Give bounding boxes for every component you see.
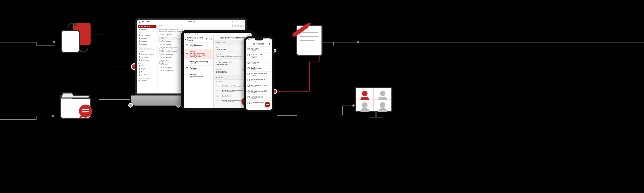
folder-icon [186,67,188,70]
sidebar-item[interactable]: Neu / Geändert [138,34,156,36]
sidebar-item[interactable]: Informationen [138,56,156,58]
tenant-name[interactable]: ACME AG [151,21,232,23]
sidebar-item-label: Termine [141,71,146,73]
checkbox[interactable] [159,44,160,45]
sidebar-item-label: Gruppen und Benutzer [141,53,154,55]
teilnehmer-label: Teilnehmer [216,68,240,70]
more-icon[interactable] [242,25,244,27]
search-icon[interactable] [209,38,212,40]
sidebar-item[interactable]: Übersicht [138,79,156,82]
sidebar-item[interactable]: Aufgaben [138,68,156,70]
checkbox[interactable] [159,70,160,71]
phone-list-item[interactable]: Controlling3 Einträge [246,60,272,66]
video-conference-icon [355,87,397,122]
checkbox[interactable] [159,37,160,39]
checkbox[interactable] [159,63,160,65]
folder-icon [162,44,164,45]
sidebar-item[interactable]: Ungelesen [138,37,156,39]
folder-icon [248,102,250,104]
sort-icon[interactable] [235,25,237,27]
ortzeit-line2: Frankfurt am Main [216,64,242,65]
tablet-master-pane: ‹ ACME AG Board Room 2021 Sitzungen4 Ein… [184,35,214,108]
folder-icon [162,67,164,68]
folder-icon [162,70,164,71]
sidebar-item-label: Papierkorb [141,29,147,30]
checkbox[interactable] [159,50,160,52]
user-name: Roland Ammer [232,21,241,23]
phone-list-item[interactable]: Due Diligence8 Einträge [246,66,272,72]
sidebar-item[interactable]: Gruppen und Benutzer [138,53,156,55]
app-header: NETFILES ACME AG Roland Ammer [137,20,245,24]
chevron-right-icon [270,61,271,64]
master-list-item[interactable]: VorlagenEin Eintrag [184,66,213,72]
brand: NETFILES [139,21,151,23]
sidebar-item[interactable]: Einstellungen [138,59,156,61]
agenda-time: 09:15 [216,89,221,92]
view-toggle-icon[interactable] [232,25,234,27]
master-list-item[interactable]: Vorstand Datenaustausch4 Einträge [184,72,213,80]
phone-list-item[interactable]: Accounting5 Einträge [246,47,272,53]
master-list-item[interactable]: 2022 Q1 Vorstandssitzung20.4.2022, 09:00… [184,49,213,59]
back-icon[interactable] [159,25,160,27]
sidebar-item-icon [139,80,140,81]
sidebar-item[interactable]: Mit Etikett [138,43,156,45]
svg-rect-6 [82,111,89,112]
folder-icon [162,54,164,55]
sort-icon[interactable]: ⇅ [269,43,271,45]
gear-icon[interactable] [242,21,244,23]
phone-list-item[interactable]: Jahresabschluss 20175 Einträge [246,83,272,89]
sidebar-item-label: Übersicht [141,80,146,81]
phone-list-item[interactable]: Monatsabschluss4 Einträge [246,95,272,101]
checkbox[interactable] [159,57,160,58]
sidebar-item[interactable]: Termine [138,71,156,73]
chevron-right-icon [270,96,271,99]
checkbox[interactable] [159,47,160,49]
sidebar-item-icon [139,68,140,70]
chevron-right-icon [210,44,211,47]
phone-list-item[interactable]: ACME AG Due Diligence9 Einträge [246,53,272,60]
folder-icon [162,40,164,42]
folder-icon [248,67,250,69]
back-icon[interactable]: ‹ [185,38,186,40]
sidebar-item[interactable]: Alle Dokumente [138,25,156,28]
chevron-right-icon [210,51,211,57]
teilnehmer-2: Rebel, Sebastian [216,72,240,73]
sidebar-item[interactable]: Abgelaufen [138,40,156,42]
sidebar-section-label: DATENRAUM WECHSELN [138,78,156,79]
sidebar-search-input[interactable] [138,47,156,50]
sidebar-item[interactable]: Q&A [138,65,156,67]
item-subtitle: 5 Einträge [251,86,269,87]
phone-list-item[interactable]: Jahresabschluss 20155 Einträge [246,72,272,77]
breadcrumb[interactable]: Dokumente [161,25,169,27]
search-icon[interactable] [238,25,240,27]
sidebar-item-label: Aufgaben [141,68,146,70]
master-list-item[interactable]: Sitzungsvorbereitung3 Einträge [184,59,213,66]
svg-rect-7 [82,113,87,113]
folder-icon [248,54,250,56]
sort-icon[interactable] [206,38,208,40]
user-menu[interactable]: Roland Ammer [232,21,244,23]
folder-icon [248,48,250,50]
phone-list-item[interactable]: Jahresabschluss 20184 Einträge [246,89,272,95]
checkbox[interactable] [159,67,160,68]
item-title: Due Diligence [251,67,269,69]
checkbox[interactable] [159,54,160,55]
phone-list-item[interactable]: Jahresabschluss 20163 Einträge [246,77,272,83]
brand-name: NETFILES [142,21,151,23]
folder-icon [162,37,164,39]
checkbox[interactable] [159,40,160,42]
sidebar-item[interactable]: Papierkorb [138,28,156,31]
agenda-time: 11:15 [216,100,221,103]
sidebar-item-icon [139,43,140,45]
fab-button[interactable]: ⋯ [265,102,270,107]
checkbox[interactable] [159,34,160,35]
calendar-icon [186,51,188,54]
folder-icon [248,85,250,87]
sidebar-item[interactable]: Videokonferenz [138,74,156,76]
back-icon[interactable] [248,42,249,45]
sidebar-item-icon [139,29,140,30]
item-subtitle: 3 Einträge [190,62,209,64]
checkbox[interactable] [159,60,160,62]
master-list-item[interactable]: 2021 Sitzungen4 Einträge [184,43,213,49]
sidebar-section-label: LISTEN [138,32,156,33]
